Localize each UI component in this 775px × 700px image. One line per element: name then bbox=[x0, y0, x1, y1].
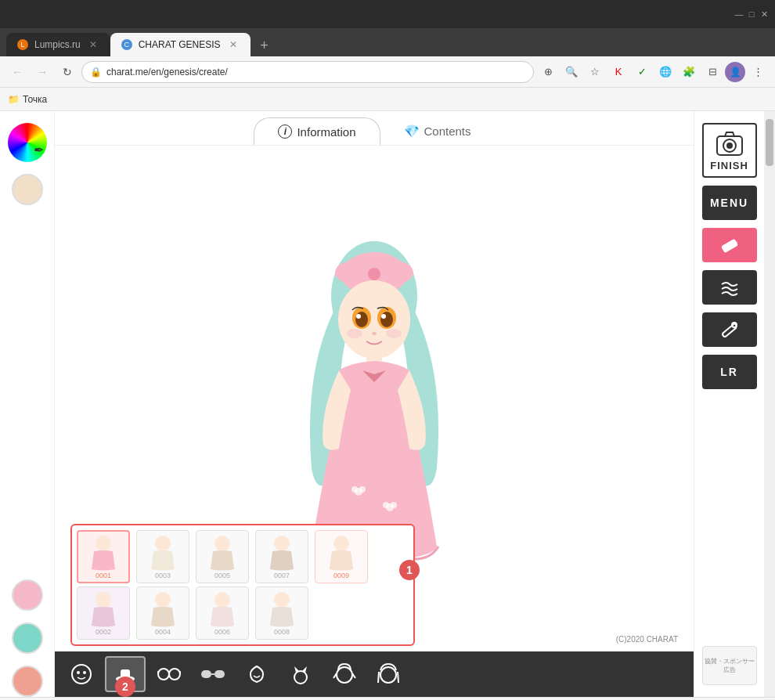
tab-close-lumpics[interactable]: ✕ bbox=[87, 38, 99, 51]
sponsor-box: 協賛・スポンサー広告 bbox=[702, 646, 757, 685]
thumbnails-grid: 0001 0003 bbox=[70, 524, 415, 646]
svg-point-36 bbox=[77, 671, 80, 674]
svg-point-5 bbox=[338, 280, 410, 359]
svg-point-40 bbox=[158, 669, 169, 680]
scrollbar[interactable] bbox=[764, 111, 775, 697]
tab-contents[interactable]: 💎 Contents bbox=[380, 117, 495, 145]
minimize-btn[interactable]: — bbox=[734, 9, 744, 19]
color-wheel[interactable]: ✒ bbox=[8, 123, 47, 162]
color-swatch-salmon[interactable] bbox=[12, 666, 43, 697]
menu-button[interactable]: MENU bbox=[702, 186, 757, 220]
thumb-label-0008: 0008 bbox=[274, 628, 290, 636]
svg-point-14 bbox=[386, 329, 402, 338]
new-tab-button[interactable]: + bbox=[254, 34, 276, 56]
thumb-0005[interactable]: 0005 bbox=[196, 530, 249, 583]
bookmark-bar: 📁 Точка bbox=[0, 88, 775, 111]
category-hair1-btn[interactable] bbox=[324, 656, 365, 692]
svg-point-29 bbox=[274, 536, 290, 551]
thumb-label-0002: 0002 bbox=[96, 628, 111, 636]
bookmark-tochka[interactable]: 📁 Точка bbox=[8, 94, 47, 105]
ears-icon bbox=[290, 663, 312, 685]
nav-actions: ⊕ 🔍 ☆ K ✓ 🌐 🧩 ⊟ 👤 ⋮ bbox=[537, 61, 769, 83]
thumb-0003[interactable]: 0003 bbox=[136, 530, 189, 583]
thumbnails-section: 0001 0003 bbox=[70, 524, 415, 646]
address-bar[interactable]: 🔒 charat.me/en/genesis/create/ bbox=[81, 61, 534, 83]
kaspersky-icon[interactable]: K bbox=[607, 61, 629, 83]
more-options-icon[interactable]: ⋮ bbox=[747, 61, 769, 83]
thumb-label-0005: 0005 bbox=[214, 572, 230, 579]
bookmark-folder-icon: 📁 bbox=[8, 94, 20, 105]
category-ears-btn[interactable] bbox=[280, 656, 321, 692]
settings-button[interactable] bbox=[702, 312, 757, 347]
puzzle-icon[interactable]: 🧩 bbox=[678, 61, 700, 83]
finish-label: FINISH bbox=[710, 160, 748, 171]
star-icon[interactable]: ☆ bbox=[584, 61, 606, 83]
sidebar-icon[interactable]: ⊟ bbox=[701, 61, 723, 83]
tab-lumpics[interactable]: L Lumpics.ru ✕ bbox=[6, 33, 110, 56]
category-glasses-btn[interactable] bbox=[149, 656, 189, 692]
thumb-label-0006: 0006 bbox=[214, 628, 230, 636]
info-icon: i bbox=[278, 124, 292, 139]
title-bar: — □ ✕ bbox=[0, 0, 775, 28]
profile-avatar[interactable]: 👤 bbox=[725, 62, 745, 82]
eyedropper-icon: ✒ bbox=[34, 143, 44, 157]
category-hair2-btn[interactable] bbox=[368, 656, 409, 692]
category-hat-btn[interactable]: 2 bbox=[105, 656, 146, 692]
svg-rect-50 bbox=[720, 239, 737, 254]
thumb-0001[interactable]: 0001 bbox=[77, 530, 130, 583]
shield-icon[interactable]: ✓ bbox=[631, 61, 653, 83]
forward-button[interactable]: → bbox=[31, 61, 53, 83]
active-tool-button[interactable] bbox=[702, 228, 757, 262]
tab-close-charat[interactable]: ✕ bbox=[227, 38, 240, 51]
maximize-btn[interactable]: □ bbox=[747, 9, 756, 19]
lr-label: LR bbox=[720, 366, 738, 378]
thumb-0008[interactable]: 0008 bbox=[255, 586, 308, 640]
finish-button[interactable]: FINISH bbox=[702, 123, 757, 178]
tab-favicon-lumpics: L bbox=[17, 39, 28, 50]
eraser-icon bbox=[719, 234, 741, 256]
category-sunglasses-btn[interactable] bbox=[193, 656, 233, 692]
category-mask-btn[interactable] bbox=[236, 656, 277, 692]
svg-point-13 bbox=[347, 329, 362, 338]
lr-button[interactable]: LR bbox=[702, 355, 757, 389]
svg-point-34 bbox=[274, 592, 290, 608]
thumb-0002[interactable]: 0002 bbox=[77, 586, 130, 640]
tab-contents-label: Contents bbox=[424, 124, 471, 138]
bottom-bar: CHARAT GENESIS CREATE SIZE! bbox=[0, 697, 775, 700]
menu-label: MENU bbox=[710, 197, 748, 209]
thumb-body-0005 bbox=[207, 534, 238, 572]
close-btn[interactable]: ✕ bbox=[759, 9, 769, 19]
badge-number-2: 2 bbox=[115, 677, 135, 697]
svg-rect-42 bbox=[201, 670, 211, 678]
thumb-0007[interactable]: 0007 bbox=[255, 530, 308, 583]
zoom-icon[interactable]: 🔍 bbox=[561, 61, 582, 83]
hair1-icon bbox=[332, 662, 357, 686]
back-button[interactable]: ← bbox=[6, 61, 28, 83]
svg-point-46 bbox=[380, 667, 396, 683]
layers-button[interactable] bbox=[702, 270, 757, 305]
thumb-0009[interactable]: 0009 bbox=[315, 530, 368, 583]
svg-point-11 bbox=[381, 314, 386, 319]
reload-button[interactable]: ↻ bbox=[56, 61, 78, 83]
extensions-icon[interactable]: ⊕ bbox=[537, 61, 559, 83]
svg-point-21 bbox=[383, 502, 389, 508]
thumb-0004[interactable]: 0004 bbox=[136, 586, 189, 640]
category-face-btn[interactable] bbox=[61, 656, 102, 692]
tab-charat[interactable]: C CHARAT GENESIS ✕ bbox=[110, 33, 251, 56]
color-swatch-beige[interactable] bbox=[12, 174, 43, 205]
right-panel: FINISH MENU bbox=[694, 111, 764, 697]
scroll-thumb[interactable] bbox=[766, 119, 773, 166]
color-swatch-teal[interactable] bbox=[12, 622, 43, 654]
svg-point-52 bbox=[732, 323, 737, 327]
globe-icon[interactable]: 🌐 bbox=[654, 61, 676, 83]
thumb-0006[interactable]: 0006 bbox=[196, 586, 249, 640]
color-swatch-pink[interactable] bbox=[12, 579, 43, 611]
thumb-body-0007 bbox=[266, 534, 297, 572]
bookmark-label: Точка bbox=[23, 94, 47, 105]
svg-point-12 bbox=[372, 332, 377, 335]
tab-info-label: Information bbox=[297, 125, 355, 139]
svg-point-3 bbox=[382, 262, 413, 283]
thumb-label-0007: 0007 bbox=[274, 572, 290, 579]
tab-information[interactable]: i Information bbox=[254, 117, 380, 145]
svg-point-37 bbox=[83, 671, 86, 674]
